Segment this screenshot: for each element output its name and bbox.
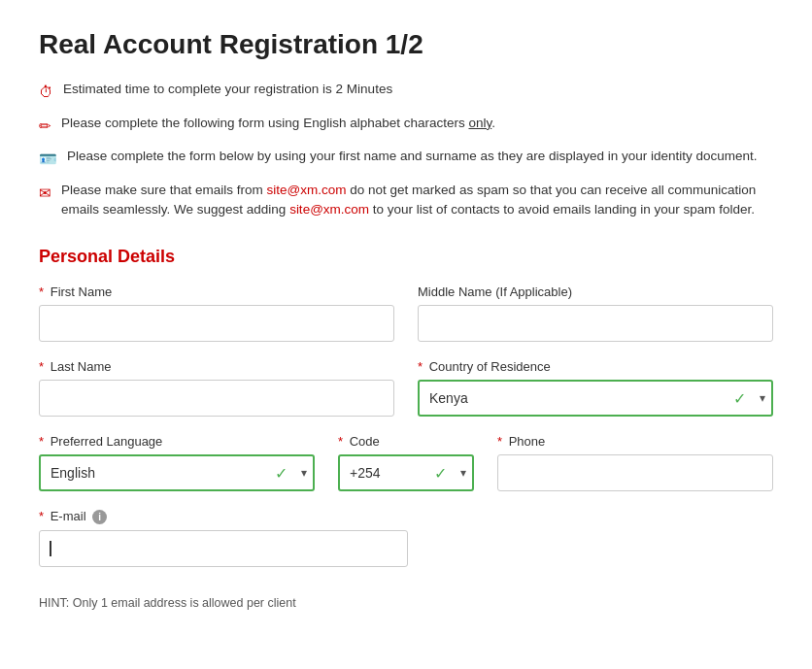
email-notice: ✉ Please make sure that emails from site…: [39, 181, 773, 220]
email-input[interactable]: [39, 530, 408, 567]
first-name-group: * First Name: [39, 284, 394, 342]
middle-name-group: Middle Name (If Applicable): [418, 284, 773, 342]
country-select[interactable]: Kenya Uganda Tanzania United States Unit…: [418, 380, 773, 417]
email-hint: HINT: Only 1 email address is allowed pe…: [39, 596, 408, 610]
row-email: * E-mail i HINT: Only 1 email address is…: [39, 509, 408, 610]
first-name-label: * First Name: [39, 284, 394, 299]
email-link-1[interactable]: site@xm.com: [267, 183, 347, 197]
alphabet-notice-text: Please complete the following form using…: [61, 114, 495, 133]
code-label: * Code: [338, 434, 474, 449]
email-label: * E-mail i: [39, 509, 408, 524]
language-select[interactable]: English French Spanish Arabic Chinese: [39, 454, 315, 491]
email-link-2[interactable]: site@xm.com: [289, 202, 369, 217]
time-notice: ⏱ Estimated time to complete your regist…: [39, 80, 773, 104]
card-icon: 🪪: [39, 149, 57, 171]
email-notice-text: Please make sure that emails from site@x…: [61, 181, 773, 220]
email-input-wrapper: [39, 530, 408, 567]
code-required-star: *: [338, 434, 343, 449]
phone-label: * Phone: [497, 434, 773, 449]
last-name-group: * Last Name: [39, 359, 394, 417]
language-select-wrapper: English French Spanish Arabic Chinese ✓ …: [39, 454, 315, 491]
section-title: Personal Details: [39, 247, 773, 267]
last-name-input[interactable]: [39, 380, 394, 417]
row-lang-phone: * Preferred Language English French Span…: [39, 434, 773, 491]
lang-required-star: *: [39, 434, 44, 449]
email-required-star: *: [39, 509, 44, 523]
email-group: * E-mail i: [39, 509, 408, 567]
name-notice-text: Please complete the form below by using …: [67, 147, 758, 166]
row-name: * First Name Middle Name (If Applicable): [39, 284, 773, 342]
country-required-star: *: [418, 359, 423, 374]
time-notice-text: Estimated time to complete your registra…: [63, 80, 392, 99]
preferred-language-group: * Preferred Language English French Span…: [39, 434, 315, 491]
row-last-country: * Last Name * Country of Residence Kenya…: [39, 359, 773, 417]
phone-group: * Phone: [497, 434, 773, 491]
code-group: * Code +254 +1 +44 +91 +86 ✓ ▾: [338, 434, 474, 491]
code-select-wrapper: +254 +1 +44 +91 +86 ✓ ▾: [338, 454, 474, 491]
country-residence-group: * Country of Residence Kenya Uganda Tanz…: [418, 359, 773, 417]
email-info-icon[interactable]: i: [92, 510, 107, 524]
pencil-icon: ✏: [39, 116, 51, 138]
middle-name-input[interactable]: [418, 305, 773, 342]
page-title: Real Account Registration 1/2: [39, 29, 773, 60]
country-residence-label: * Country of Residence: [418, 359, 773, 374]
last-name-required-star: *: [39, 359, 44, 374]
first-name-input[interactable]: [39, 305, 394, 342]
code-select[interactable]: +254 +1 +44 +91 +86: [338, 454, 474, 491]
name-notice: 🪪 Please complete the form below by usin…: [39, 147, 773, 171]
last-name-label: * Last Name: [39, 359, 394, 374]
clock-icon: ⏱: [39, 82, 53, 104]
phone-required-star: *: [497, 434, 502, 449]
middle-name-label: Middle Name (If Applicable): [418, 284, 773, 299]
country-select-wrapper: Kenya Uganda Tanzania United States Unit…: [418, 380, 773, 417]
first-name-required-star: *: [39, 284, 44, 299]
preferred-language-label: * Preferred Language: [39, 434, 315, 449]
cursor-indicator: [50, 541, 51, 556]
alphabet-notice: ✏ Please complete the following form usi…: [39, 114, 773, 138]
envelope-icon: ✉: [39, 183, 51, 205]
phone-input[interactable]: [497, 454, 773, 491]
